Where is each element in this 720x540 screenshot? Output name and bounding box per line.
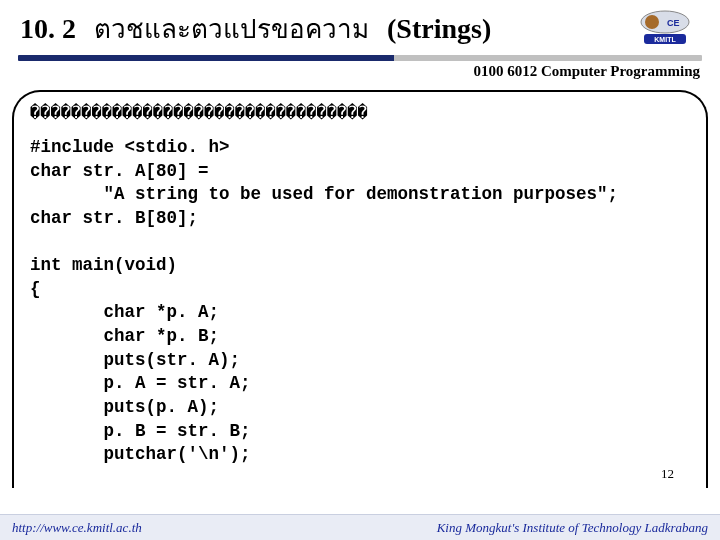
content-box: ��������������������������������� #inclu… (12, 90, 708, 488)
svg-point-1 (645, 15, 659, 29)
institute-logo: CE KMITL (630, 8, 700, 48)
course-code: 0100 6012 Computer Programming (0, 61, 720, 86)
footer-institute: King Mongkut's Institute of Technology L… (437, 520, 708, 536)
title-group: 10. 2 ตวชและตวแปรขอความ (Strings) (20, 8, 491, 49)
svg-text:CE: CE (667, 18, 680, 28)
footer-url: http://www.ce.kmitl.ac.th (12, 520, 142, 536)
section-title-english: (Strings) (387, 13, 491, 45)
svg-text:KMITL: KMITL (654, 36, 676, 43)
page-number: 12 (661, 466, 674, 482)
slide-header: 10. 2 ตวชและตวแปรขอความ (Strings) CE KMI… (0, 0, 720, 53)
code-block: #include <stdio. h> char str. A[80] = "A… (30, 136, 690, 467)
section-number: 10. 2 (20, 13, 76, 45)
placeholder-squares: ��������������������������������� (30, 102, 690, 122)
section-title-thai: ตวชและตวแปรขอความ (94, 8, 369, 49)
slide-footer: http://www.ce.kmitl.ac.th King Mongkut's… (0, 514, 720, 540)
